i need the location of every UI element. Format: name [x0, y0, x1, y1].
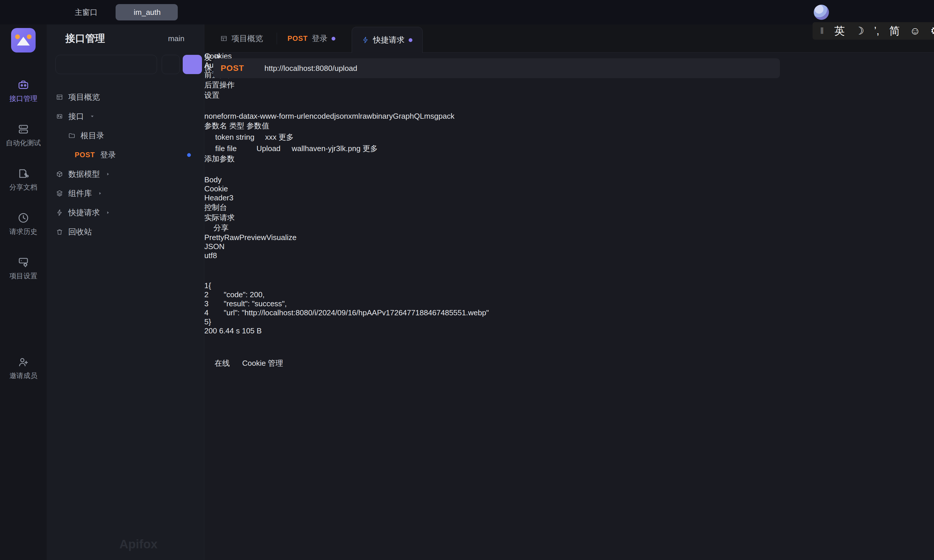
view-mode-raw[interactable]: Raw [224, 233, 239, 242]
add-param-row[interactable]: 添加参数 [204, 154, 934, 164]
add-new-button[interactable] [183, 55, 202, 74]
body-type-x-www-form-urlencoded[interactable]: x-www-form-urlencoded [254, 112, 334, 120]
copy-response-icon[interactable] [215, 270, 224, 279]
view-mode-preview[interactable]: Preview [239, 233, 266, 242]
upgrade-icon[interactable] [285, 357, 294, 366]
upload-button[interactable]: Upload [247, 144, 282, 153]
response-tab-控制台[interactable]: 控制台 [204, 202, 934, 212]
sync-icon[interactable] [761, 8, 770, 17]
restore-window-icon[interactable] [894, 8, 903, 17]
minimize-icon[interactable] [869, 8, 877, 17]
enabled-check-icon[interactable] [204, 142, 213, 151]
ime-script-indicator[interactable]: 简 [889, 24, 900, 38]
tree-item-recycle-bin[interactable]: 回收站 [47, 222, 204, 242]
ime-punctuation-icon[interactable]: ’, [874, 25, 879, 37]
caret-right-icon[interactable] [105, 171, 111, 177]
view-mode-pretty[interactable]: Pretty [204, 233, 224, 242]
enabled-check-icon[interactable] [204, 131, 213, 140]
body-type-xml[interactable]: xml [348, 112, 360, 120]
format-select[interactable]: JSON [204, 242, 934, 251]
rail-item-share-docs[interactable]: 分享文档 [0, 168, 47, 198]
share-button[interactable]: 分享 [204, 223, 228, 232]
caret-right-icon[interactable] [105, 210, 111, 215]
param-row-token[interactable]: token string xxx 更多 [204, 131, 934, 142]
body-type-none[interactable]: none [204, 112, 221, 120]
response-tab-header[interactable]: Header3 [204, 193, 934, 202]
tree-item-quick-requests[interactable]: 快捷请求 [47, 203, 204, 222]
ime-emoji-icon[interactable]: ☺ [910, 25, 920, 37]
online-status[interactable]: 在线 [204, 359, 232, 368]
cookie-manager-button[interactable]: Cookie 管理 [232, 359, 285, 368]
ime-lang-indicator[interactable]: 英 [834, 24, 845, 38]
tree-item-login-endpoint[interactable]: POST登录 [47, 145, 204, 165]
body-type-raw[interactable]: raw [360, 112, 372, 120]
tree-item-components[interactable]: 组件库 [47, 184, 204, 203]
branch-selector[interactable]: main [158, 34, 193, 43]
pane-splitter[interactable] [204, 164, 934, 175]
tree-item-data-models[interactable]: 数据模型 [47, 165, 204, 184]
user-avatar[interactable] [814, 5, 829, 20]
tab-project-overview[interactable]: 项目概览 [217, 25, 266, 52]
rail-item-automated-testing[interactable]: 自动化测试 [0, 123, 47, 154]
request-tab-设置[interactable]: 设置 [204, 90, 934, 100]
attached-file[interactable]: wallhaven-yjr3lk.png [282, 144, 362, 153]
theme-icon[interactable] [296, 357, 305, 366]
generate-code-icon[interactable] [204, 100, 214, 110]
response-body-editor[interactable]: 1{2"code": 200,3"result": "success",4"ur… [204, 281, 934, 326]
window-tab-im-auth[interactable]: im_auth [116, 4, 178, 20]
view-mode-visualize[interactable]: Visualize [266, 233, 296, 242]
code-line[interactable]: 3"result": "success", [204, 299, 934, 308]
remove-row-icon[interactable] [380, 142, 389, 151]
collapse-sidebar-button[interactable] [204, 348, 213, 357]
response-tab-body[interactable]: Body [204, 175, 934, 184]
ime-toolbar[interactable]: ‖英☽’,简☺⚙ [812, 22, 934, 40]
more-button[interactable]: 更多 [362, 144, 378, 153]
download-response-icon[interactable] [204, 270, 213, 279]
rail-item-project-settings[interactable]: 项目设置 [0, 256, 47, 286]
encoding-select[interactable]: utf8 [204, 251, 934, 260]
caret-right-icon[interactable] [97, 191, 103, 196]
code-line[interactable]: 1{ [204, 281, 934, 290]
rail-item-invite-members[interactable]: 邀请成员 [0, 356, 47, 386]
param-value[interactable]: xxx [265, 133, 276, 142]
search-response-icon[interactable] [226, 270, 235, 279]
rail-item-request-history[interactable]: 请求历史 [0, 212, 47, 242]
pin-window-icon[interactable] [843, 8, 852, 17]
response-tab-cookie[interactable]: Cookie [204, 184, 934, 193]
body-type-json[interactable]: json [334, 112, 348, 120]
response-url-link[interactable]: "http://localhost:8080/i/2024/09/16/hpAA… [242, 308, 489, 317]
code-line[interactable]: 2"code": 200, [204, 290, 934, 299]
home-window-button[interactable]: 主窗口 [61, 7, 97, 17]
tab-overflow-icon[interactable] [452, 33, 462, 44]
tree-item-root-folder[interactable]: 根目录 [47, 126, 204, 145]
param-name[interactable]: file [215, 144, 225, 153]
param-name[interactable]: token [215, 133, 234, 142]
toggle-bottom-panel-button[interactable] [204, 335, 934, 346]
filter-button[interactable] [162, 55, 180, 74]
body-type-form-data[interactable]: form-data [221, 112, 254, 120]
url-input-value[interactable]: http://localhost:8080/upload [264, 64, 357, 73]
body-type-binary[interactable]: binary [372, 112, 393, 120]
rail-item-api-management[interactable]: 接口管理 [0, 79, 47, 109]
search-input[interactable] [55, 55, 157, 74]
tab-login[interactable]: POST登录 [285, 25, 338, 52]
wrap-lines-button[interactable] [204, 260, 934, 270]
param-row-file[interactable]: file file Upload wallhaven-yjr3lk.png [204, 142, 934, 154]
tab-quick-request[interactable]: 快捷请求 [352, 27, 422, 53]
url-field[interactable]: POST http://localhost:8080/upload [213, 58, 780, 78]
tree-item-apis[interactable]: 接口 [47, 107, 204, 126]
tree-item-project-overview[interactable]: 项目概览 [47, 88, 204, 107]
settings-gear-icon[interactable] [779, 8, 788, 17]
method-select[interactable]: POST [220, 63, 264, 73]
close-tab-icon[interactable] [165, 9, 171, 15]
new-tab-icon[interactable] [429, 33, 439, 44]
project-logo[interactable] [11, 28, 35, 52]
ime-settings-icon[interactable]: ⚙ [930, 25, 934, 37]
more-button[interactable]: 更多 [279, 133, 294, 142]
body-type-msgpack[interactable]: msgpack [424, 112, 455, 120]
ime-drag-handle[interactable]: ‖ [820, 26, 824, 36]
param-type-select[interactable]: file [227, 144, 248, 153]
notifications-bell-icon[interactable] [796, 8, 805, 17]
body-type-GraphQL[interactable]: GraphQL [393, 112, 424, 120]
code-line[interactable]: 5} [204, 317, 934, 326]
